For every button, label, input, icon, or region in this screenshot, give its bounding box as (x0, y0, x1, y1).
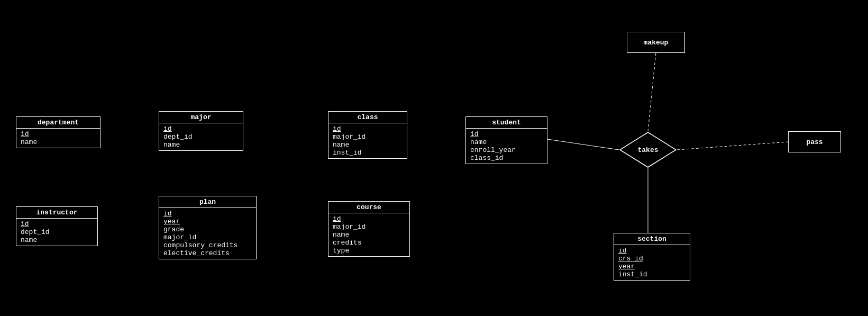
field-plan-major_id: major_id (163, 233, 252, 241)
field-plan-compulsory_credits: compulsory_credits (163, 241, 252, 249)
field-section-inst_id: inst_id (618, 270, 686, 278)
entity-section-header: section (614, 233, 690, 245)
field-section-crs_id: crs_id (618, 255, 686, 263)
diamond-takes: takes (619, 131, 677, 168)
field-course-credits: credits (333, 239, 405, 247)
field-course-major_id: major_id (333, 223, 405, 231)
field-course-id: id (333, 215, 405, 223)
field-major-name: name (163, 141, 239, 149)
entity-class: class id major_id name inst_id (328, 111, 407, 159)
field-plan-elective_credits: elective_credits (163, 249, 252, 257)
entity-section-body: id crs_id year inst_id (614, 245, 690, 280)
entity-student: student id name enroll_year class_id (465, 116, 547, 164)
entity-department-header: department (16, 117, 100, 129)
er-diagram: department id name major id dept_id name… (0, 0, 868, 316)
field-class-major_id: major_id (333, 133, 403, 141)
entity-course-header: course (328, 202, 409, 213)
field-student-id: id (470, 130, 543, 138)
svg-line-0 (547, 139, 619, 150)
field-class-name: name (333, 141, 403, 149)
field-instructor-dept_id: dept_id (21, 228, 93, 236)
entity-department-body: id name (16, 129, 100, 148)
field-plan-year: year (163, 218, 252, 225)
entity-department: department id name (16, 116, 100, 148)
field-plan-grade: grade (163, 225, 252, 233)
connections-svg (0, 0, 868, 316)
entity-class-header: class (328, 112, 407, 123)
entity-course: course id major_id name credits type (328, 201, 410, 257)
svg-line-3 (648, 53, 656, 131)
entity-student-body: id name enroll_year class_id (466, 129, 547, 164)
field-class-inst_id: inst_id (333, 149, 403, 157)
field-plan-id: id (163, 210, 252, 218)
entity-course-body: id major_id name credits type (328, 213, 409, 256)
field-major-id: id (163, 125, 239, 133)
entity-plan: plan id year grade major_id compulsory_c… (159, 196, 257, 259)
field-class-id: id (333, 125, 403, 133)
field-department-name: name (21, 138, 96, 146)
svg-marker-4 (620, 132, 676, 167)
rect-makeup: makeup (627, 32, 685, 53)
entity-class-body: id major_id name inst_id (328, 123, 407, 158)
entity-major-header: major (159, 112, 243, 123)
field-student-name: name (470, 138, 543, 146)
field-student-enroll_year: enroll_year (470, 146, 543, 154)
entity-instructor-header: instructor (16, 207, 97, 219)
rect-pass: pass (788, 131, 841, 152)
entity-section: section id crs_id year inst_id (614, 233, 690, 281)
field-course-type: type (333, 247, 405, 255)
field-section-id: id (618, 247, 686, 255)
svg-line-2 (677, 142, 788, 150)
field-department-id: id (21, 130, 96, 138)
entity-major: major id dept_id name (159, 111, 243, 151)
entity-instructor-body: id dept_id name (16, 219, 97, 246)
field-course-name: name (333, 231, 405, 239)
entity-plan-body: id year grade major_id compulsory_credit… (159, 208, 256, 259)
entity-major-body: id dept_id name (159, 123, 243, 150)
entity-instructor: instructor id dept_id name (16, 206, 98, 246)
field-instructor-name: name (21, 236, 93, 244)
field-instructor-id: id (21, 220, 93, 228)
entity-plan-header: plan (159, 196, 256, 208)
field-section-year: year (618, 263, 686, 270)
entity-student-header: student (466, 117, 547, 129)
field-major-dept_id: dept_id (163, 133, 239, 141)
field-student-class_id: class_id (470, 154, 543, 162)
